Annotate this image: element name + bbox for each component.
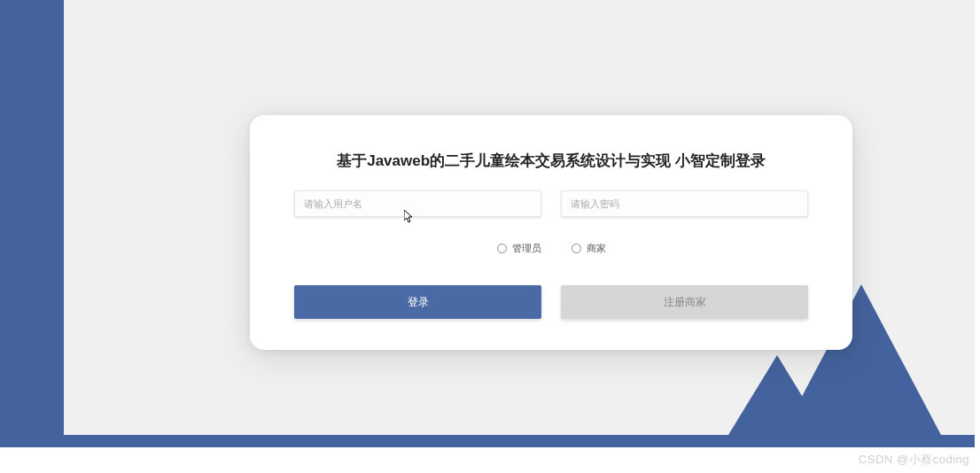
password-input[interactable] bbox=[561, 190, 808, 217]
frame-bottom-border bbox=[0, 435, 975, 447]
register-button-label: 注册商家 bbox=[664, 295, 706, 310]
input-row bbox=[294, 190, 808, 217]
login-card: 基于Javaweb的二手儿童绘本交易系统设计与实现 小智定制登录 管理员 商家 … bbox=[250, 115, 852, 350]
login-button[interactable]: 登录 bbox=[294, 285, 541, 319]
app-frame: 基于Javaweb的二手儿童绘本交易系统设计与实现 小智定制登录 管理员 商家 … bbox=[0, 0, 980, 473]
radio-circle-icon bbox=[497, 244, 507, 253]
register-merchant-button[interactable]: 注册商家 bbox=[561, 285, 808, 319]
role-merchant-label: 商家 bbox=[587, 242, 606, 255]
role-admin-label: 管理员 bbox=[512, 242, 541, 255]
role-admin-radio[interactable]: 管理员 bbox=[497, 242, 541, 255]
watermark-text: CSDN @小蔡coding bbox=[859, 452, 969, 468]
page-title: 基于Javaweb的二手儿童绘本交易系统设计与实现 小智定制登录 bbox=[294, 151, 808, 171]
username-input[interactable] bbox=[294, 190, 541, 217]
radio-circle-icon bbox=[572, 244, 581, 253]
login-button-label: 登录 bbox=[408, 295, 429, 310]
content-area: 基于Javaweb的二手儿童绘本交易系统设计与实现 小智定制登录 管理员 商家 … bbox=[64, 0, 975, 435]
button-row: 登录 注册商家 bbox=[294, 285, 808, 319]
role-merchant-radio[interactable]: 商家 bbox=[572, 242, 606, 255]
svg-marker-1 bbox=[728, 355, 826, 435]
frame-left-border bbox=[0, 0, 64, 447]
role-radio-group: 管理员 商家 bbox=[294, 242, 808, 255]
